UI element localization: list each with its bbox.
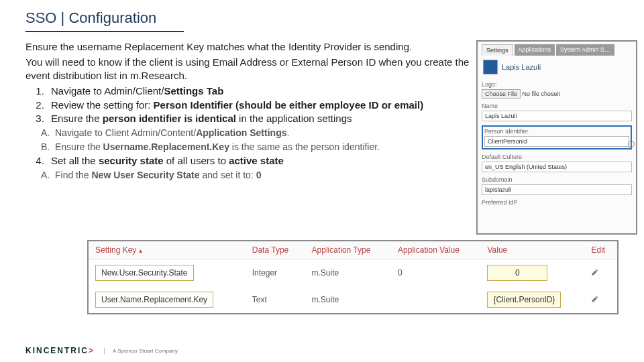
sub4a-pre: Find the — [55, 170, 91, 180]
step-3: Ensure the person identifier is identica… — [47, 112, 471, 126]
step-2-bold: Person Identifier (should be either empl… — [154, 99, 424, 111]
subdomain-label: Subdomain — [482, 176, 632, 183]
footer: KINCENTRIC> A Spencer Stuart Company — [25, 346, 178, 355]
brand-text: Lapis Lazuli — [502, 63, 541, 71]
logo-chooser: Choose File No file chosen — [482, 88, 632, 99]
intro-para-2: You will need to know if the client is u… — [25, 56, 471, 83]
sub3b-bold: Username.Replacement.Key — [103, 141, 229, 152]
table-header-row: Setting Key▲ Data Type Application Type … — [89, 241, 617, 259]
cell-dtype: Text — [246, 286, 305, 313]
tab-system-admin[interactable]: System Admin S… — [556, 44, 614, 56]
steps-list: Navigate to Admin/Client/Settings Tab Re… — [25, 84, 471, 126]
substep-3b: Ensure the Username.Replacement.Key is t… — [52, 140, 471, 154]
culture-field[interactable]: en_US English (United States) — [482, 162, 632, 172]
substep-4a: Find the New User Security State and set… — [52, 168, 471, 182]
logo-label: Logo: — [482, 81, 632, 88]
steps-list-cont: Set all the security state of all users … — [25, 154, 471, 168]
step-1-bold: Settings Tab — [164, 85, 223, 97]
page-title: SSO | Configuration — [0, 0, 644, 31]
instructions-block: Ensure the username Replacement Key matc… — [25, 40, 471, 235]
name-label: Name — [482, 103, 632, 109]
cell-dtype: Integer — [246, 259, 305, 287]
step-2: Review the setting for: Person Identifie… — [47, 99, 471, 113]
step-2-pre: Review the setting for: — [51, 99, 154, 111]
cell-key: User.Name.Replacement.Key — [95, 292, 213, 308]
kincentric-logo: KINCENTRIC> — [25, 346, 95, 355]
col-data-type[interactable]: Data Type — [246, 241, 305, 259]
name-field[interactable]: Lapis Lazuli — [482, 111, 632, 121]
pid-label: Person Identifier — [484, 128, 629, 135]
col-value[interactable]: Value — [480, 241, 584, 259]
step-3-bold: person identifier is identical — [103, 113, 236, 124]
col-app-value[interactable]: Application Value — [391, 241, 480, 259]
substeps-3: Navigate to Client Admin/Content/Applica… — [25, 126, 471, 154]
step-4-bold2: active state — [229, 155, 284, 166]
cell-atype: m.Suite — [305, 286, 392, 313]
pid-field[interactable]: ClientPersonId — [484, 136, 629, 147]
step-4-pre: Set all the — [51, 155, 99, 166]
cell-value: 0 — [487, 265, 547, 281]
cell-atype: m.Suite — [305, 259, 392, 287]
col-setting-key[interactable]: Setting Key▲ — [89, 241, 246, 259]
substeps-4: Find the New User Security State and set… — [25, 168, 471, 182]
idp-label: Preferred IdP — [482, 199, 632, 206]
sort-icon: ▲ — [138, 248, 143, 254]
sub3a-bold: Application Settings — [196, 127, 286, 138]
logo-chevron-icon: > — [89, 346, 95, 355]
step-1: Navigate to Admin/Client/Settings Tab — [47, 84, 471, 99]
sub3b-post: is the same as the person identifier. — [229, 141, 380, 152]
col-app-type[interactable]: Application Type — [305, 241, 392, 259]
cell-avalue: 0 — [391, 259, 480, 287]
col-edit: Edit — [584, 241, 617, 259]
culture-label: Default Culture — [482, 154, 632, 160]
cell-avalue — [391, 286, 480, 313]
panel-tabs: Settings Applications System Admin S… — [482, 44, 632, 56]
step-1-pre: Navigate to Admin/Client/ — [51, 85, 164, 97]
sub4a-post: and set it to: — [200, 170, 256, 180]
settings-screenshot-panel: Settings Applications System Admin S… La… — [476, 40, 637, 235]
footer-tagline: A Spencer Stuart Company — [104, 348, 178, 354]
info-icon[interactable]: i — [628, 141, 635, 147]
table-row: User.Name.Replacement.Key Text m.Suite {… — [89, 286, 617, 313]
sub4a-bold: New User Security State — [91, 170, 199, 180]
no-file-text: No file chosen — [523, 90, 561, 97]
cell-value: {Client.PersonID} — [487, 292, 561, 308]
table-row: New.User.Security.State Integer m.Suite … — [89, 259, 617, 287]
pencil-icon[interactable] — [591, 268, 599, 276]
brand-logo-icon — [483, 60, 498, 74]
pencil-icon[interactable] — [591, 295, 599, 303]
step-4: Set all the security state of all users … — [47, 154, 471, 168]
step-3-post: in the application settings — [236, 113, 352, 124]
step-3-pre: Ensure the — [51, 113, 103, 124]
sub3b-pre: Ensure the — [55, 141, 103, 152]
substep-3a: Navigate to Client Admin/Content/Applica… — [52, 126, 471, 140]
person-identifier-highlight: Person Identifier ClientPersonId — [482, 125, 632, 149]
intro-para-1: Ensure the username Replacement Key matc… — [25, 40, 471, 54]
content-row: Ensure the username Replacement Key matc… — [0, 32, 644, 235]
choose-file-button[interactable]: Choose File — [482, 89, 521, 99]
sub3a-post: . — [286, 127, 289, 138]
subdomain-field[interactable]: lapislazuli — [482, 184, 632, 195]
step-4-bold: security state — [99, 155, 164, 166]
cell-key: New.User.Security.State — [95, 265, 194, 281]
settings-table-wrap: Setting Key▲ Data Type Application Type … — [87, 240, 619, 314]
tab-applications[interactable]: Applications — [515, 44, 555, 56]
sub4a-bold2: 0 — [256, 170, 262, 180]
brand-row: Lapis Lazuli — [483, 60, 632, 74]
settings-table: Setting Key▲ Data Type Application Type … — [89, 241, 617, 313]
sub3a-pre: Navigate to Client Admin/Content/ — [55, 127, 196, 138]
tab-settings[interactable]: Settings — [482, 44, 513, 56]
step-4-mid: of all users to — [164, 155, 229, 166]
